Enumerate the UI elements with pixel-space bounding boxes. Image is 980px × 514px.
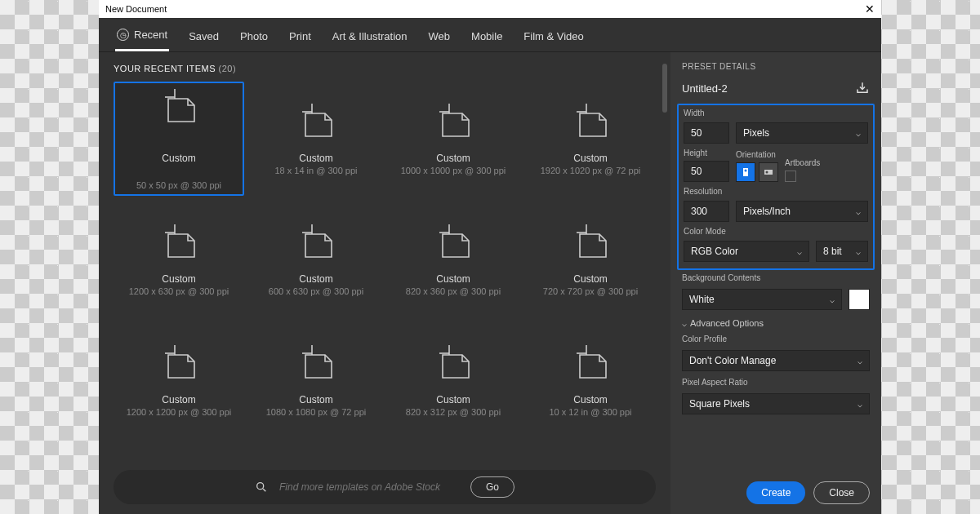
tab-saved[interactable]: Saved [187, 18, 220, 51]
preset-card[interactable]: Custom1200 x 630 px @ 300 ppi [114, 202, 244, 317]
card-name: Custom [299, 153, 332, 164]
advanced-toggle[interactable]: ⌵Advanced Options [682, 318, 870, 328]
orientation-landscape[interactable] [759, 162, 778, 182]
card-dimensions: 820 x 312 px @ 300 ppi [406, 407, 501, 417]
preset-card[interactable]: Custom1080 x 1080 px @ 72 ppi [251, 323, 381, 437]
card-name: Custom [436, 273, 470, 285]
preset-card[interactable]: Custom1200 x 1200 px @ 300 ppi [114, 323, 244, 437]
preset-card[interactable]: Custom720 x 720 px @ 300 ppi [525, 202, 656, 317]
card-dimensions: 980 x 514 px @ 300 ppi [129, 286, 229, 296]
width-unit-select[interactable]: Pixels⌵ [736, 122, 868, 144]
preset-card[interactable]: Custom50 x 50 px @ 300 ppi [114, 82, 244, 196]
card-dimensions: 18 x 14 in @ 300 ppi [274, 166, 357, 175]
pixel-aspect-select[interactable]: Square Pixels⌵ [682, 393, 870, 414]
tab-art[interactable]: Art & Illustration [331, 18, 409, 51]
card-dimensions: 50 x 50 px @ 300 ppi [136, 180, 221, 190]
resolution-input[interactable] [684, 201, 729, 222]
search-input[interactable] [279, 481, 459, 493]
titlebar: New Document ✕ [99, 0, 881, 18]
card-name: Custom [299, 394, 332, 405]
card-dimensions: 1080 x 1080 px @ 72 ppi [266, 407, 366, 417]
color-mode-select[interactable]: RGB Color⌵ [684, 241, 809, 262]
card-dimensions: 1200 x 1200 px @ 300 ppi [127, 407, 232, 417]
svg-point-24 [257, 483, 264, 490]
resolution-unit-select[interactable]: Pixels/Inch⌵ [736, 201, 868, 222]
card-name: Custom [436, 153, 470, 164]
preset-grid: Custom50 x 50 px @ 300 ppiCustom18 x 14 … [114, 82, 656, 437]
tab-print[interactable]: Print [287, 18, 313, 51]
document-icon [294, 343, 338, 383]
card-dimensions: 1920 x 1020 px @ 72 ppi [541, 166, 640, 175]
preset-card[interactable]: Custom820 x 360 px @ 300 ppi [388, 202, 519, 317]
card-dimensions: 720 x 720 px @ 300 ppi [543, 286, 638, 296]
document-icon [431, 102, 475, 141]
highlighted-settings: Width Pixels⌵ Height Orientation [677, 104, 875, 270]
card-dimensions: 1000 x 1000 px @ 300 ppi [401, 166, 506, 175]
preset-card[interactable]: Custom18 x 14 in @ 300 ppi [251, 82, 381, 196]
document-icon [294, 223, 338, 262]
card-dimensions: 820 x 360 px @ 300 ppi [406, 286, 501, 296]
document-icon [294, 102, 338, 141]
artboards-checkbox[interactable] [785, 171, 796, 182]
bit-depth-select[interactable]: 8 bit⌵ [816, 241, 868, 262]
search-icon [255, 481, 268, 494]
card-name: Custom [162, 273, 195, 285]
preset-details-heading: PRESET DETAILS [682, 62, 870, 71]
document-icon [157, 87, 201, 126]
close-icon[interactable]: ✕ [865, 2, 875, 16]
card-name: Custom [162, 153, 195, 164]
background-swatch[interactable] [849, 289, 870, 310]
preset-card[interactable]: Custom820 x 312 px @ 300 ppi [388, 323, 519, 437]
document-icon [157, 343, 201, 383]
card-name: Custom [573, 394, 607, 405]
create-button[interactable]: Create [746, 481, 805, 504]
card-name: Custom [162, 394, 195, 405]
document-icon [157, 223, 201, 262]
card-name: Custom [436, 394, 470, 405]
document-name[interactable]: Untitled-2 [682, 82, 728, 95]
document-icon [568, 343, 612, 383]
preset-card[interactable]: Custom1000 x 1000 px @ 300 ppi [388, 82, 519, 196]
stock-search: Go [114, 470, 656, 504]
recent-heading: YOUR RECENT ITEMS (20) [114, 64, 656, 73]
category-tabs: ◷ Recent Saved Photo Print Art & Illustr… [99, 18, 881, 52]
orientation-portrait[interactable] [736, 162, 755, 182]
preset-card[interactable]: Custom600 x 630 px @ 300 ppi [251, 202, 381, 317]
chevron-down-icon: ⌵ [682, 319, 687, 328]
document-icon [431, 343, 475, 383]
document-icon [568, 223, 612, 262]
card-name: Custom [573, 153, 607, 164]
scrollbar[interactable] [662, 64, 667, 113]
svg-point-29 [766, 171, 768, 174]
svg-point-27 [745, 170, 747, 172]
card-dimensions: 600 x 630 px @ 300 ppi [269, 286, 363, 296]
card-dimensions: 10 x 12 in @ 300 ppi [549, 407, 631, 417]
height-input[interactable] [684, 161, 729, 182]
preset-details-panel: PRESET DETAILS Untitled-2 Width Pixels⌵ … [670, 52, 881, 514]
document-icon [431, 223, 475, 262]
save-preset-icon[interactable] [855, 81, 870, 95]
svg-line-25 [263, 489, 265, 491]
tab-mobile[interactable]: Mobile [470, 18, 504, 51]
window-title: New Document [105, 4, 167, 14]
tab-recent[interactable]: ◷ Recent [115, 18, 169, 51]
preset-card[interactable]: Custom1920 x 1020 px @ 72 ppi [525, 82, 656, 196]
background-select[interactable]: White⌵ [682, 289, 842, 310]
document-icon [568, 102, 612, 141]
card-name: Custom [299, 273, 332, 285]
close-button[interactable]: Close [813, 481, 870, 504]
tab-film[interactable]: Film & Video [522, 18, 585, 51]
preset-card[interactable]: Custom10 x 12 in @ 300 ppi [525, 323, 656, 437]
go-button[interactable]: Go [470, 476, 514, 498]
tab-photo[interactable]: Photo [238, 18, 270, 51]
color-profile-select[interactable]: Don't Color Manage⌵ [682, 350, 870, 371]
card-name: Custom [573, 273, 607, 285]
tab-web[interactable]: Web [427, 18, 452, 51]
clock-icon: ◷ [117, 29, 129, 41]
width-input[interactable] [684, 122, 729, 144]
